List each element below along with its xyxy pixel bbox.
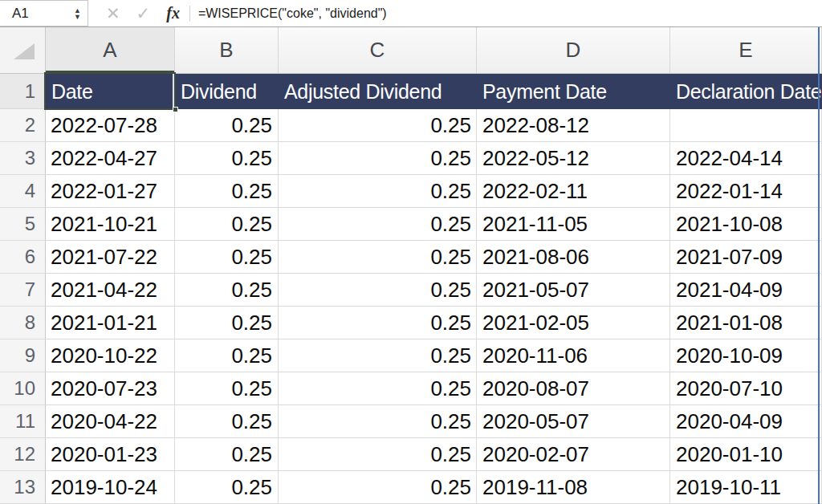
cell[interactable]: 2022-05-12 xyxy=(477,142,670,175)
cell[interactable]: 2019-10-11 xyxy=(670,471,822,504)
select-all-triangle-icon xyxy=(14,43,35,59)
cell[interactable]: 2020-01-10 xyxy=(670,438,822,471)
cell[interactable]: 2021-07-09 xyxy=(670,241,822,274)
cell[interactable]: 0.25 xyxy=(279,208,477,241)
cell[interactable]: 0.25 xyxy=(175,438,279,471)
cell[interactable]: 0.25 xyxy=(279,405,477,438)
cell[interactable]: 0.25 xyxy=(175,142,279,175)
cell-b1[interactable]: Dividend xyxy=(175,74,279,109)
cell[interactable]: 2020-10-22 xyxy=(46,339,175,372)
cell[interactable]: 2021-04-09 xyxy=(670,274,822,307)
cell[interactable]: 0.25 xyxy=(175,109,279,142)
cell[interactable]: 2021-05-07 xyxy=(477,274,670,307)
cell[interactable]: 2021-02-05 xyxy=(477,307,670,339)
row-header-6[interactable]: 6 xyxy=(0,241,46,274)
column-header-e[interactable]: E xyxy=(670,27,822,73)
row-header-3[interactable]: 3 xyxy=(0,142,46,175)
cell[interactable]: 0.25 xyxy=(279,274,477,307)
cell[interactable]: 0.25 xyxy=(279,307,477,339)
column-header-c[interactable]: C xyxy=(279,27,477,73)
cell[interactable]: 2021-04-22 xyxy=(46,274,175,307)
row-header-8[interactable]: 8 xyxy=(0,307,46,339)
name-box-spinner[interactable]: ▲ ▼ xyxy=(74,7,81,20)
cell[interactable]: 2022-07-28 xyxy=(46,109,175,142)
cell[interactable]: 0.25 xyxy=(175,405,279,438)
cell[interactable]: 2021-10-08 xyxy=(670,208,822,241)
cell[interactable]: 2022-01-14 xyxy=(670,175,822,208)
cell[interactable]: 0.25 xyxy=(175,471,279,504)
sheet-row: 4 2022-01-27 0.25 0.25 2022-02-11 2022-0… xyxy=(0,175,822,208)
cancel-icon[interactable]: ✕ xyxy=(106,4,120,23)
cell[interactable]: 0.25 xyxy=(279,372,477,405)
name-box[interactable]: A1 ▲ ▼ xyxy=(0,0,88,26)
cell[interactable]: 2020-08-07 xyxy=(477,372,670,405)
cell[interactable]: 0.25 xyxy=(175,175,279,208)
cell-e1[interactable]: Declaration Date xyxy=(670,74,822,109)
cell[interactable]: 2022-08-12 xyxy=(477,109,670,142)
cell[interactable]: 2020-07-23 xyxy=(46,372,175,405)
row-header-7[interactable]: 7 xyxy=(0,274,46,307)
row-header-9[interactable]: 9 xyxy=(0,339,46,372)
cell[interactable]: 0.25 xyxy=(175,241,279,274)
cell[interactable]: 2022-01-27 xyxy=(46,175,175,208)
cell[interactable]: 0.25 xyxy=(279,142,477,175)
insert-function-icon[interactable]: fx xyxy=(166,4,180,22)
row-header-5[interactable]: 5 xyxy=(0,208,46,241)
cell[interactable]: 0.25 xyxy=(279,471,477,504)
row-header-1[interactable]: 1 xyxy=(0,74,46,109)
cell[interactable]: 0.25 xyxy=(175,307,279,339)
formula-input[interactable]: =WISEPRICE("coke", "dividend") xyxy=(198,6,822,21)
cell[interactable]: 2020-02-07 xyxy=(477,438,670,471)
sheet-row: 9 2020-10-22 0.25 0.25 2020-11-06 2020-1… xyxy=(0,339,822,372)
cell[interactable]: 2021-10-21 xyxy=(46,208,175,241)
cell[interactable] xyxy=(670,109,822,142)
column-header-d[interactable]: D xyxy=(477,27,670,73)
column-header-a[interactable]: A xyxy=(46,27,175,73)
confirm-icon[interactable]: ✓ xyxy=(136,4,151,23)
cell[interactable]: 2021-07-22 xyxy=(46,241,175,274)
row-header-13[interactable]: 13 xyxy=(0,471,46,504)
sheet-row: 10 2020-07-23 0.25 0.25 2020-08-07 2020-… xyxy=(0,372,822,405)
cell[interactable]: 0.25 xyxy=(279,438,477,471)
cell[interactable]: 0.25 xyxy=(175,208,279,241)
cell[interactable]: 2020-04-09 xyxy=(670,405,822,438)
formula-bar: A1 ▲ ▼ ✕ ✓ fx =WISEPRICE("coke", "divide… xyxy=(0,0,822,27)
cell[interactable]: 0.25 xyxy=(279,175,477,208)
column-header-b[interactable]: B xyxy=(175,27,279,73)
cell[interactable]: 2021-11-05 xyxy=(477,208,670,241)
cell-a1-date[interactable]: Date xyxy=(46,74,175,109)
sheet-row: 8 2021-01-21 0.25 0.25 2021-02-05 2021-0… xyxy=(0,307,822,339)
cell[interactable]: 2020-11-06 xyxy=(477,339,670,372)
cell[interactable]: 0.25 xyxy=(279,241,477,274)
cell[interactable]: 2019-11-08 xyxy=(477,471,670,504)
row-header-10[interactable]: 10 xyxy=(0,372,46,405)
cell[interactable]: 2019-10-24 xyxy=(46,471,175,504)
spinner-down-icon[interactable]: ▼ xyxy=(74,14,81,20)
cell[interactable]: 2020-01-23 xyxy=(46,438,175,471)
sheet-row: 12 2020-01-23 0.25 0.25 2020-02-07 2020-… xyxy=(0,438,822,471)
cell[interactable]: 0.25 xyxy=(279,339,477,372)
cell[interactable]: 2020-07-10 xyxy=(670,372,822,405)
row-header-12[interactable]: 12 xyxy=(0,438,46,471)
cell[interactable]: 0.25 xyxy=(175,339,279,372)
select-all-corner[interactable] xyxy=(0,27,46,73)
cell[interactable]: 2022-04-27 xyxy=(46,142,175,175)
cell[interactable]: 2021-08-06 xyxy=(477,241,670,274)
row-header-2[interactable]: 2 xyxy=(0,109,46,142)
cell[interactable]: 2020-05-07 xyxy=(477,405,670,438)
sheet-row-header: 1 Date Dividend Adjusted Dividend Paymen… xyxy=(0,74,822,109)
cell[interactable]: 0.25 xyxy=(279,109,477,142)
cell[interactable]: 0.25 xyxy=(175,372,279,405)
cell-d1[interactable]: Payment Date xyxy=(477,74,670,109)
formula-bar-divider xyxy=(189,6,190,22)
cell[interactable]: 2022-04-14 xyxy=(670,142,822,175)
row-header-4[interactable]: 4 xyxy=(0,175,46,208)
row-header-11[interactable]: 11 xyxy=(0,405,46,438)
cell-c1[interactable]: Adjusted Dividend xyxy=(279,74,477,109)
cell[interactable]: 2021-01-08 xyxy=(670,307,822,339)
cell[interactable]: 2021-01-21 xyxy=(46,307,175,339)
cell[interactable]: 2020-10-09 xyxy=(670,339,822,372)
cell[interactable]: 0.25 xyxy=(175,274,279,307)
cell[interactable]: 2022-02-11 xyxy=(477,175,670,208)
cell[interactable]: 2020-04-22 xyxy=(46,405,175,438)
